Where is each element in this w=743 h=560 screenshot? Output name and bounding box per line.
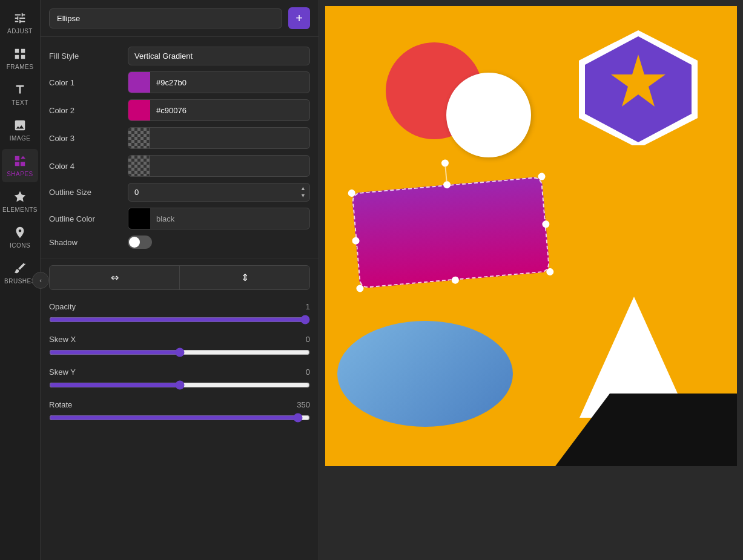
sidebar-item-text[interactable]: TEXT: [2, 77, 38, 111]
color1-hex-input[interactable]: [150, 74, 309, 91]
text-icon: [13, 82, 27, 97]
outline-color-swatch[interactable]: [128, 208, 150, 229]
rotation-handle[interactable]: [441, 159, 449, 167]
handle-br[interactable]: [546, 268, 554, 275]
shape-select[interactable]: Ellipse Rectangle Triangle Star Hexagon: [49, 8, 282, 28]
handle-bl[interactable]: [356, 285, 364, 292]
sidebar-label-text: TEXT: [12, 99, 28, 106]
shadow-control: [128, 236, 310, 249]
shape-selected-rect[interactable]: [352, 177, 550, 289]
rotation-handle-line: [444, 166, 447, 181]
color1-row: Color 1: [49, 71, 310, 93]
color2-input-row: [128, 99, 310, 121]
sidebar-label-icons: ICONS: [10, 242, 30, 249]
properties-panel: Ellipse Rectangle Triangle Star Hexagon …: [41, 0, 319, 560]
sidebar-label-adjust: ADJUST: [7, 28, 33, 35]
color2-hex-input[interactable]: [150, 102, 309, 119]
rotate-slider[interactable]: [49, 413, 310, 423]
color3-label: Color 3: [49, 134, 128, 143]
fill-style-control: Vertical Gradient Solid Linear Gradient …: [128, 47, 310, 65]
sidebar-item-adjust[interactable]: ADJUST: [2, 6, 38, 39]
sidebar-label-image: IMAGE: [10, 135, 31, 142]
rotate-slider-row: Rotate 350: [49, 400, 310, 424]
opacity-header: Opacity 1: [49, 302, 310, 311]
shape-white-circle[interactable]: [446, 73, 531, 157]
image-icon: [13, 118, 27, 133]
color2-label: Color 2: [49, 106, 128, 115]
sidebar-label-frames: FRAMES: [7, 64, 34, 70]
color4-row: Color 4: [49, 155, 310, 177]
outline-size-input-row: ▲ ▼: [128, 183, 310, 202]
color3-control: [128, 127, 310, 149]
color3-checker-swatch[interactable]: [128, 128, 150, 148]
skewy-slider[interactable]: [49, 380, 310, 390]
skewx-slider-row: Skew X 0: [49, 335, 310, 359]
outline-size-up[interactable]: ▲: [299, 185, 307, 192]
shape-hexagon-container[interactable]: [573, 27, 704, 147]
collapse-panel-button[interactable]: ‹: [32, 272, 49, 289]
color3-checker-row: [128, 127, 310, 149]
skewy-value: 0: [306, 367, 310, 377]
shadow-toggle[interactable]: [128, 236, 152, 249]
opacity-slider-row: Opacity 1: [49, 302, 310, 326]
color4-label: Color 4: [49, 162, 128, 171]
frames-icon: [13, 47, 27, 61]
chevron-left-icon: ‹: [39, 277, 42, 284]
outline-size-down[interactable]: ▼: [299, 193, 307, 199]
skewx-header: Skew X 0: [49, 335, 310, 344]
skewy-slider-row: Skew Y 0: [49, 367, 310, 392]
opacity-slider[interactable]: [49, 315, 310, 324]
shapes-icon: [13, 154, 27, 168]
fill-style-select[interactable]: Vertical Gradient Solid Linear Gradient …: [128, 47, 310, 65]
color4-checker-swatch[interactable]: [128, 156, 150, 176]
color1-swatch[interactable]: [128, 72, 150, 93]
outline-size-input[interactable]: [128, 183, 297, 201]
rotate-header: Rotate 350: [49, 400, 310, 409]
sidebar-item-image[interactable]: IMAGE: [2, 113, 38, 147]
fill-style-row: Fill Style Vertical Gradient Solid Linea…: [49, 47, 310, 65]
sidebar-item-elements[interactable]: ELEMENTS: [2, 185, 38, 218]
flip-horizontal-button[interactable]: ⇔: [50, 266, 180, 289]
elements-icon: [13, 189, 27, 204]
sidebar-item-shapes[interactable]: SHAPES: [2, 149, 38, 182]
rotate-label: Rotate: [49, 400, 72, 409]
opacity-value: 1: [306, 302, 310, 311]
color1-input-row: [128, 71, 310, 93]
outline-size-arrows: ▲ ▼: [297, 184, 309, 200]
color2-swatch[interactable]: [128, 100, 150, 120]
flip-vertical-button[interactable]: ⇕: [180, 266, 309, 289]
handle-tr[interactable]: [538, 173, 546, 180]
opacity-label: Opacity: [49, 302, 76, 311]
skewx-value: 0: [306, 335, 310, 344]
outline-color-label: Outline Color: [49, 214, 128, 223]
transform-row: ⇔ ⇕: [49, 265, 310, 290]
outline-color-row: Outline Color black: [49, 208, 310, 229]
fill-section: Fill Style Vertical Gradient Solid Linea…: [41, 37, 319, 259]
color4-control: [128, 155, 310, 177]
sidebar-item-frames[interactable]: FRAMES: [2, 42, 38, 75]
shape-blue-ellipse[interactable]: [337, 321, 513, 427]
color3-row: Color 3: [49, 127, 310, 149]
rotate-value: 350: [297, 400, 310, 409]
canvas-area: [319, 0, 743, 560]
sidebar-item-icons[interactable]: ICONS: [2, 220, 38, 254]
skewx-slider[interactable]: [49, 348, 310, 357]
color1-control: [128, 71, 310, 93]
skewy-header: Skew Y 0: [49, 367, 310, 377]
outline-size-row: Outline Size ▲ ▼: [49, 183, 310, 202]
handle-mr[interactable]: [542, 220, 550, 228]
outline-size-label: Outline Size: [49, 188, 128, 197]
brushes-icon: [13, 261, 27, 275]
skewx-label: Skew X: [49, 335, 76, 344]
sidebar-label-brushes: BRUSHES: [4, 278, 36, 285]
outline-color-text: black: [150, 210, 309, 228]
slider-section: Opacity 1 Skew X 0 Skew Y 0: [41, 296, 319, 439]
handle-bm[interactable]: [451, 276, 459, 284]
shadow-label: Shadow: [49, 238, 128, 247]
sidebar-item-brushes[interactable]: BRUSHES: [2, 256, 38, 289]
color2-control: [128, 99, 310, 121]
color4-checker-row: [128, 155, 310, 177]
hexagon-svg: [573, 27, 704, 145]
add-shape-button[interactable]: +: [288, 7, 310, 29]
canvas-content[interactable]: [325, 6, 737, 466]
